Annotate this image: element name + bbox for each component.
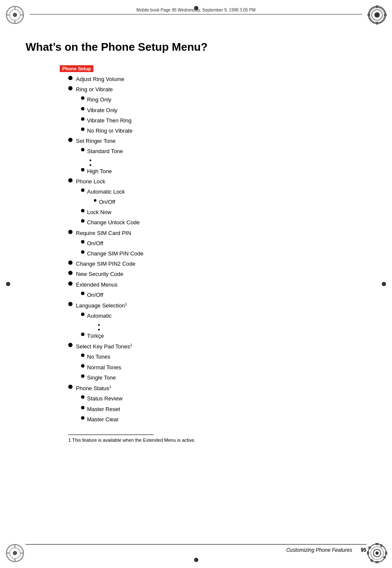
list-item: Language Selection1 xyxy=(68,301,349,311)
menu-label: Set Ringer Tone xyxy=(76,136,349,146)
list-item: On/Off xyxy=(81,239,349,248)
phone-setup-label: Phone Setup xyxy=(60,65,93,72)
menu-label: Language Selection1 xyxy=(76,301,349,311)
bullet-l1 xyxy=(68,302,73,306)
list-item: Extended Menus xyxy=(68,280,349,290)
bullet-l2 xyxy=(81,406,84,409)
list-item: Ring Only xyxy=(81,95,349,104)
list-item: Master Clear xyxy=(81,415,349,424)
bullet-l2 xyxy=(81,333,84,336)
meta-text: Mobile.book Page 95 Wednesday, September… xyxy=(136,8,256,12)
list-item: On/Off xyxy=(81,290,349,300)
menu-label: New Security Code xyxy=(76,270,349,279)
bullet-l2 xyxy=(81,364,84,368)
list-item: Automatic xyxy=(81,311,349,321)
footnote-section: 1 This feature is available when the Ext… xyxy=(68,435,349,443)
footnote-text: 1 This feature is available when the Ext… xyxy=(68,438,349,443)
list-item-dot xyxy=(98,327,349,330)
bullet-l2 xyxy=(81,292,84,295)
list-item: On/Off xyxy=(94,197,349,207)
list-item-dot xyxy=(90,162,349,166)
menu-label: Ring or Vibrate xyxy=(76,85,349,94)
list-item: No Ring or Vibrate xyxy=(81,126,349,136)
menu-label: Automatic Lock xyxy=(87,187,349,197)
corner-deco-tl xyxy=(4,4,26,26)
bullet-l2 xyxy=(81,209,84,212)
menu-label: Change SIM PIN2 Code xyxy=(76,259,349,269)
list-item: Change Unlock Code xyxy=(81,218,349,227)
list-item: High Tone xyxy=(81,167,349,176)
list-item: Adjust Ring Volume xyxy=(68,75,349,84)
menu-label: Status Review xyxy=(87,394,349,403)
bullet-l2 xyxy=(81,168,84,171)
menu-label: No Tones xyxy=(87,352,349,362)
list-item: Normal Tones xyxy=(81,363,349,372)
list-item-dot xyxy=(90,157,349,161)
menu-label: Vibrate Only xyxy=(87,106,349,115)
menu-label: Change SIM PIN Code xyxy=(87,249,349,258)
page-footer: Customizing Phone Features 95 xyxy=(26,544,366,553)
bullet-l2 xyxy=(81,354,84,357)
bullet-dot xyxy=(90,159,91,161)
bullet-l2 xyxy=(81,117,84,121)
footnote-line xyxy=(68,435,154,435)
footer-page: 95 xyxy=(361,547,366,553)
bullet-l2 xyxy=(81,128,84,131)
edge-dot-left xyxy=(6,282,10,286)
bullet-dot xyxy=(98,324,100,326)
menu-label: Phone Status1 xyxy=(76,383,349,394)
menu-label: Extended Menus xyxy=(76,280,349,290)
menu-label: Single Tone xyxy=(87,373,349,383)
edge-dot-bottom xyxy=(194,558,198,562)
list-item: Vibrate Then Ring xyxy=(81,116,349,125)
list-item: Change SIM PIN2 Code xyxy=(68,259,349,269)
svg-point-21 xyxy=(375,551,379,555)
bullet-l1 xyxy=(68,86,73,90)
menu-label: Change Unlock Code xyxy=(87,218,349,227)
bullet-l2 xyxy=(81,96,84,100)
bullet-l1 xyxy=(68,271,73,275)
menu-label: Phone Lock xyxy=(76,177,349,186)
page: Mobile.book Page 95 Wednesday, September… xyxy=(0,0,392,568)
menu-label: Normal Tones xyxy=(87,363,349,372)
bullet-l2 xyxy=(81,219,84,223)
menu-label: Ring Only xyxy=(87,95,349,104)
bullet-l2 xyxy=(81,188,84,192)
corner-deco-bl xyxy=(4,542,26,564)
list-item: Set Ringer Tone xyxy=(68,136,349,146)
list-item: No Tones xyxy=(81,352,349,362)
bullet-l2 xyxy=(81,374,84,378)
menu-label: No Ring or Vibrate xyxy=(87,126,349,136)
menu-label: On/Off xyxy=(87,239,349,248)
list-item: Automatic Lock xyxy=(81,187,349,197)
menu-label: Vibrate Then Ring xyxy=(87,116,349,125)
menu-label: On/Off xyxy=(99,197,349,207)
corner-deco-tr xyxy=(366,4,388,26)
bullet-dot xyxy=(90,164,91,166)
menu-label: Adjust Ring Volume xyxy=(76,75,349,84)
menu-label: Select Key Pad Tones1 xyxy=(76,342,349,352)
meta-bar: Mobile.book Page 95 Wednesday, September… xyxy=(30,8,362,14)
list-item: Phone Status1 xyxy=(68,383,349,394)
list-item: Change SIM PIN Code xyxy=(81,249,349,258)
menu-tree: Adjust Ring Volume Ring or Vibrate Ring … xyxy=(60,75,349,424)
list-item: Select Key Pad Tones1 xyxy=(68,342,349,352)
list-item: Require SIM Card PIN xyxy=(68,229,349,238)
bullet-l1 xyxy=(68,138,73,142)
bullet-l2 xyxy=(81,416,84,420)
bullet-l1 xyxy=(68,281,73,286)
list-item: Ring or Vibrate xyxy=(68,85,349,94)
list-item: Standard Tone xyxy=(81,147,349,156)
bullet-l2 xyxy=(81,148,84,151)
footer-text: Customizing Phone Features xyxy=(286,547,352,553)
bullet-l1 xyxy=(68,261,73,265)
list-item: Status Review xyxy=(81,394,349,403)
bullet-l2-half xyxy=(94,199,96,202)
bullet-l1 xyxy=(68,385,73,389)
list-item: New Security Code xyxy=(68,270,349,279)
list-item: Single Tone xyxy=(81,373,349,383)
menu-label: Master Reset xyxy=(87,405,349,414)
bullet-l2 xyxy=(81,313,84,316)
page-title: What’s on the Phone Setup Menu? xyxy=(26,41,366,54)
menu-label: Require SIM Card PIN xyxy=(76,229,349,238)
